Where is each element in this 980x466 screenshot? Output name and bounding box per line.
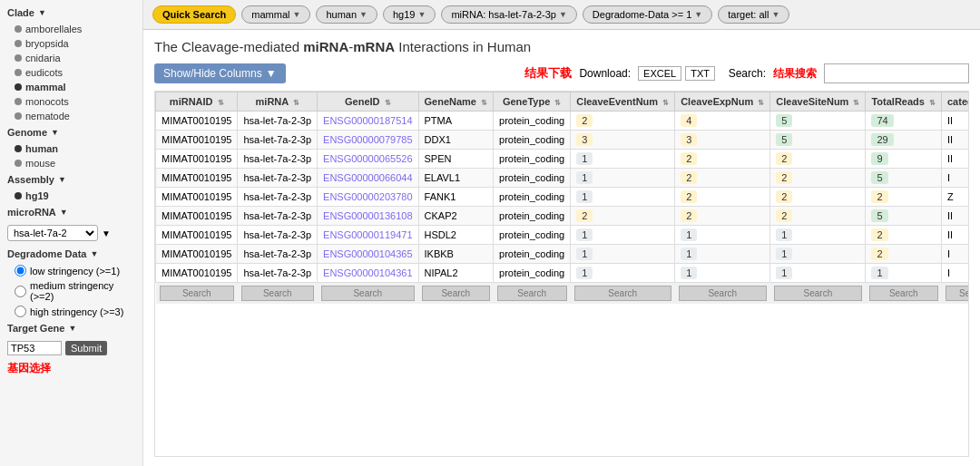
cell-geneid[interactable]: ENSG00000065526 xyxy=(318,150,418,169)
col-header-genename[interactable]: GeneName ⇅ xyxy=(418,92,494,112)
cell-cleaveexpnum: 2 xyxy=(675,207,770,226)
radio-high[interactable] xyxy=(15,306,26,317)
geneid-link[interactable]: ENSG00000066044 xyxy=(323,172,412,183)
data-table: miRNAID ⇅ miRNA ⇅ GeneID ⇅ GeneName ⇅ Ge… xyxy=(155,92,969,304)
filter-mammal-button[interactable]: mammal ▼ xyxy=(241,5,310,24)
search-input-genetype[interactable] xyxy=(497,286,567,301)
search-input-cleaveexpnum[interactable] xyxy=(679,286,767,301)
cell-geneid[interactable]: ENSG00000187514 xyxy=(318,112,418,131)
col-header-category[interactable]: category ⇅ xyxy=(942,92,970,112)
search-input-totalreads[interactable] xyxy=(869,286,938,301)
search-input-mirnaid[interactable] xyxy=(160,286,234,301)
search-input-mirna[interactable] xyxy=(241,286,314,301)
filter-human-button[interactable]: human ▼ xyxy=(316,5,377,24)
geneid-link[interactable]: ENSG00000079785 xyxy=(323,134,412,145)
search-col-mirna[interactable] xyxy=(238,283,318,305)
mirna-select[interactable]: hsa-let-7a-2 xyxy=(7,225,98,241)
geneid-link[interactable]: ENSG00000104365 xyxy=(323,248,412,259)
filter-degradome-arrow: ▼ xyxy=(694,10,702,19)
search-input-category[interactable] xyxy=(946,286,970,301)
target-gene-input[interactable] xyxy=(7,341,62,355)
download-txt-button[interactable]: TXT xyxy=(685,66,715,81)
search-col-genetype[interactable] xyxy=(494,283,571,305)
degradome-low[interactable]: low stringency (>=1) xyxy=(0,263,142,278)
table-row: MIMAT0010195 hsa-let-7a-2-3p ENSG0000007… xyxy=(156,131,970,150)
search-col-totalreads[interactable] xyxy=(866,283,942,305)
badge-totalreads: 1 xyxy=(871,267,887,279)
degradome-medium[interactable]: medium stringency (>=2) xyxy=(0,278,142,304)
col-header-mirnaid[interactable]: miRNAID ⇅ xyxy=(156,92,238,112)
geneid-link[interactable]: ENSG00000104361 xyxy=(323,267,412,278)
search-input-genename[interactable] xyxy=(422,286,490,301)
sidebar-item-mouse[interactable]: mouse xyxy=(0,156,142,170)
search-col-cleaveeventnum[interactable] xyxy=(571,283,675,305)
search-col-cleaveexpnum[interactable] xyxy=(675,283,770,305)
sidebar-item-monocots[interactable]: monocots xyxy=(0,94,142,109)
geneid-link[interactable]: ENSG00000065526 xyxy=(323,153,412,164)
quick-search-button[interactable]: Quick Search xyxy=(152,5,236,24)
cell-geneid[interactable]: ENSG00000136108 xyxy=(318,207,418,226)
sidebar-item-hg19[interactable]: hg19 xyxy=(0,189,142,203)
sidebar-section-target[interactable]: Target Gene ▼ xyxy=(0,319,142,337)
col-header-cleaveeventnum[interactable]: CleaveEventNum ⇅ xyxy=(571,92,675,112)
sidebar-item-mammal[interactable]: mammal xyxy=(0,80,142,94)
sidebar-item-cnidaria[interactable]: cnidaria xyxy=(0,51,142,65)
geneid-link[interactable]: ENSG00000136108 xyxy=(323,210,412,221)
col-header-geneid[interactable]: GeneID ⇅ xyxy=(318,92,418,112)
sidebar-item-amborellales[interactable]: amborellales xyxy=(0,22,142,36)
col-header-totalreads[interactable]: TotalReads ⇅ xyxy=(866,92,942,112)
cell-cleavesitenum: 2 xyxy=(770,188,866,207)
cell-geneid[interactable]: ENSG00000104365 xyxy=(318,245,418,264)
sidebar-section-microrna[interactable]: microRNA ▼ xyxy=(0,203,142,221)
search-col-mirnaid[interactable] xyxy=(156,283,238,305)
cell-geneid[interactable]: ENSG00000079785 xyxy=(318,131,418,150)
cell-geneid[interactable]: ENSG00000119471 xyxy=(318,226,418,245)
sidebar-section-degradome[interactable]: Degradome Data ▼ xyxy=(0,245,142,263)
cell-mirnaid: MIMAT0010195 xyxy=(156,226,238,245)
sidebar-section-genome[interactable]: Genome ▼ xyxy=(0,123,142,141)
geneid-link[interactable]: ENSG00000119471 xyxy=(323,229,412,240)
sidebar-item-bryopsida[interactable]: bryopsida xyxy=(0,36,142,51)
global-search-input[interactable] xyxy=(824,63,969,83)
show-hide-columns-button[interactable]: Show/Hide Columns ▼ xyxy=(154,63,286,83)
geneid-link[interactable]: ENSG00000203780 xyxy=(323,191,412,202)
radio-medium[interactable] xyxy=(15,286,26,297)
sidebar-item-human[interactable]: human xyxy=(0,141,142,156)
search-input-cleaveeventnum[interactable] xyxy=(574,286,671,301)
search-col-genename[interactable] xyxy=(418,283,494,305)
cell-geneid[interactable]: ENSG00000066044 xyxy=(318,169,418,188)
badge-cleavesitenum: 5 xyxy=(776,114,792,127)
sidebar-section-clade[interactable]: Clade ▼ xyxy=(0,4,142,22)
download-excel-button[interactable]: EXCEL xyxy=(638,66,681,81)
submit-button[interactable]: Submit xyxy=(65,341,107,355)
sidebar-item-eudicots[interactable]: eudicots xyxy=(0,65,142,80)
search-footer-row xyxy=(156,283,970,305)
filter-degradome-button[interactable]: Degradome-Data >= 1 ▼ xyxy=(583,5,712,24)
degradome-high[interactable]: high stringency (>=3) xyxy=(0,304,142,319)
filter-hg19-button[interactable]: hg19 ▼ xyxy=(383,5,436,24)
cell-cleaveexpnum: 2 xyxy=(675,169,770,188)
search-col-cleavesitenum[interactable] xyxy=(770,283,866,305)
filter-target-button[interactable]: target: all ▼ xyxy=(718,5,789,24)
col-header-cleavesitenum[interactable]: CleaveSiteNum ⇅ xyxy=(770,92,866,112)
cell-genetype: protein_coding xyxy=(494,112,571,131)
search-input-cleavesitenum[interactable] xyxy=(774,286,862,301)
badge-cleaveeventnum: 3 xyxy=(576,133,593,146)
sidebar-item-nematode[interactable]: nematode xyxy=(0,109,142,123)
search-input-geneid[interactable] xyxy=(321,286,415,301)
col-header-cleaveexpnum[interactable]: CleaveExpNum ⇅ xyxy=(675,92,770,112)
cell-geneid[interactable]: ENSG00000203780 xyxy=(318,188,418,207)
cell-genetype: protein_coding xyxy=(494,264,571,283)
search-col-geneid[interactable] xyxy=(318,283,418,305)
cell-cleavesitenum: 1 xyxy=(770,226,866,245)
col-header-mirna[interactable]: miRNA ⇅ xyxy=(238,92,318,112)
cell-genetype: protein_coding xyxy=(494,207,571,226)
col-header-genetype[interactable]: GeneType ⇅ xyxy=(494,92,571,112)
cell-geneid[interactable]: ENSG00000104361 xyxy=(318,264,418,283)
geneid-link[interactable]: ENSG00000187514 xyxy=(323,115,412,126)
filter-mirna-button[interactable]: miRNA: hsa-let-7a-2-3p ▼ xyxy=(441,5,576,24)
search-col-category[interactable] xyxy=(942,283,970,305)
dot-eudicots xyxy=(15,69,22,76)
radio-low[interactable] xyxy=(15,265,26,277)
sidebar-section-assembly[interactable]: Assembly ▼ xyxy=(0,170,142,189)
